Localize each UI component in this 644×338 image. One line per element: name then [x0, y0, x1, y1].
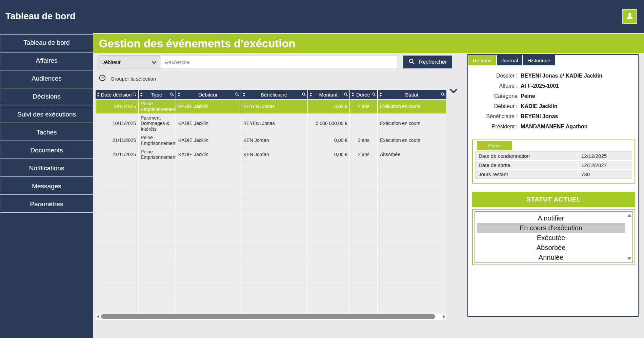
sort-icon [351, 92, 354, 97]
listbox-scrollbar[interactable] [626, 212, 632, 262]
column-header-beneficiaire[interactable]: Bénéficiaire [241, 90, 307, 99]
sidebar-item-documents[interactable]: Documents [0, 142, 93, 159]
table-cell: 21/11/2025 [96, 134, 138, 147]
table-cell-empty [176, 209, 241, 218]
table-cell: Absorbée [378, 148, 446, 162]
collapse-panel-chevron[interactable] [450, 88, 457, 95]
column-header-statut[interactable]: Statut [378, 90, 446, 99]
table-cell-empty [96, 247, 138, 256]
table-cell-empty [139, 200, 176, 209]
table-cell-empty [96, 190, 138, 199]
table-cell-empty [378, 295, 446, 303]
table-cell-empty [139, 228, 176, 237]
column-header-date-decision[interactable]: Date décision [96, 90, 138, 99]
column-search-icon[interactable] [302, 92, 306, 98]
peine-row-value: 12/12/2025 [578, 152, 632, 160]
table-cell: Peine Emprisonnement [139, 148, 176, 162]
tab-resume[interactable]: Résumé [468, 55, 496, 65]
table-row[interactable]: 10/11/2025Paiement Dommages & IntérêtsKA… [96, 114, 446, 133]
sidebar-item-messages[interactable]: Messages [0, 178, 93, 195]
sidebar-item-decisions[interactable]: Décisions [0, 88, 93, 105]
table-cell-empty [139, 276, 176, 284]
table-cell-empty [241, 171, 307, 180]
group-selection-link[interactable]: Grouper la sélection [99, 74, 156, 83]
table-cell-empty [176, 171, 241, 180]
detail-label: Bénéficiaire : [468, 113, 518, 120]
column-search-icon[interactable] [344, 92, 348, 98]
table-cell-empty [350, 295, 377, 303]
peine-chip-label: Peine [488, 143, 501, 148]
table-cell: KEN Jordan [241, 134, 307, 147]
search-button[interactable]: Rechercher [403, 56, 452, 68]
scroll-right-arrow-icon[interactable] [443, 315, 445, 319]
search-input[interactable] [161, 56, 397, 68]
column-search-icon[interactable] [170, 92, 174, 98]
peine-row: Date de condamnation12/12/2025 [476, 152, 632, 161]
tab-journal[interactable]: Journal [497, 55, 522, 65]
table-cell-empty [176, 295, 241, 303]
table-empty-row [96, 285, 446, 294]
column-header-type[interactable]: Type [139, 90, 176, 99]
table-row[interactable]: 10/11/2025Peine EmprisonnementKADIE Jack… [96, 100, 446, 113]
sidebar-item-notifications[interactable]: Notifications [0, 160, 93, 177]
column-search-icon[interactable] [132, 92, 137, 98]
table-cell-empty [308, 276, 349, 284]
filter-select[interactable]: Débiteur [98, 56, 160, 68]
table-row[interactable]: 21/11/2025Peine EmprisonnementKADIE Jack… [96, 148, 446, 162]
table-cell-empty [350, 285, 377, 294]
column-header-debiteur[interactable]: Débiteur [176, 90, 241, 99]
detail-value: BEYENI Jonas [521, 113, 558, 120]
table-cell-empty [378, 276, 446, 284]
tab-historique[interactable]: Historique [523, 55, 555, 65]
scroll-down-arrow-icon[interactable] [627, 257, 631, 260]
table-cell-empty [378, 200, 446, 209]
table-empty-row [96, 295, 446, 303]
table-cell-empty [378, 304, 446, 313]
table-cell: 2 ans [350, 100, 377, 113]
sidebar-item-affaires[interactable]: Affaires [0, 52, 93, 69]
status-option-a-notifier[interactable]: A notifier [477, 213, 625, 223]
table-cell-empty [308, 247, 349, 256]
table-cell-empty [176, 285, 241, 294]
sidebar-item-parametres[interactable]: Paramètres [0, 196, 93, 213]
table-cell-empty [139, 295, 176, 303]
column-search-icon[interactable] [235, 92, 239, 98]
table-empty-row [96, 219, 446, 228]
column-label: Durée [355, 92, 371, 98]
status-option-absorbee[interactable]: Absorbée [477, 243, 625, 253]
search-row: Débiteur Rechercher [98, 56, 452, 68]
table-row[interactable]: 21/11/2025Peine EmprisonnementKADIE Jack… [96, 134, 446, 147]
scroll-up-arrow-icon[interactable] [627, 214, 631, 217]
column-header-montant[interactable]: Montant [308, 90, 349, 99]
sidebar-item-audiences[interactable]: Audiences [0, 70, 93, 87]
scroll-left-arrow-icon[interactable] [97, 315, 99, 319]
column-search-icon[interactable] [441, 92, 445, 98]
column-header-duree[interactable]: Durée [350, 90, 377, 99]
user-button[interactable] [622, 9, 637, 24]
scrollbar-thumb[interactable] [101, 314, 435, 319]
table-cell-empty [96, 285, 138, 294]
table-cell: Paiement Dommages & Intérêts [139, 114, 176, 133]
sidebar-item-tableau-de-bord[interactable]: Tableau de bord [0, 34, 93, 51]
table-cell-empty [96, 257, 138, 266]
sort-icon [309, 92, 312, 97]
table-cell: KADIE Jacklin [176, 114, 241, 133]
status-option-en-cours-d-execution[interactable]: En cours d'exécution [477, 223, 625, 233]
table-cell-empty [308, 228, 349, 237]
detail-value: BEYENI Jonas c/ KADIE Jacklin [521, 73, 602, 79]
detail-label: Débiteur : [468, 103, 518, 109]
sidebar-item-suivi-des-executions[interactable]: Suivi des exécutions [0, 106, 93, 123]
chevron-down-icon [152, 59, 156, 65]
table-cell-empty [350, 276, 377, 284]
table-cell-empty [241, 181, 307, 190]
table-cell-empty [350, 190, 377, 199]
table-cell-empty [241, 238, 307, 247]
status-option-executee[interactable]: Exécutée [477, 233, 625, 243]
status-option-annulee[interactable]: Annulée [477, 253, 625, 262]
table-cell-empty [308, 257, 349, 266]
table-cell-empty [308, 304, 349, 313]
horizontal-scrollbar[interactable] [96, 314, 446, 320]
sidebar-item-taches[interactable]: Taches [0, 124, 93, 141]
column-search-icon[interactable] [371, 92, 376, 98]
status-listbox-container: A notifierEn cours d'exécutionExécutéeAb… [472, 209, 635, 265]
